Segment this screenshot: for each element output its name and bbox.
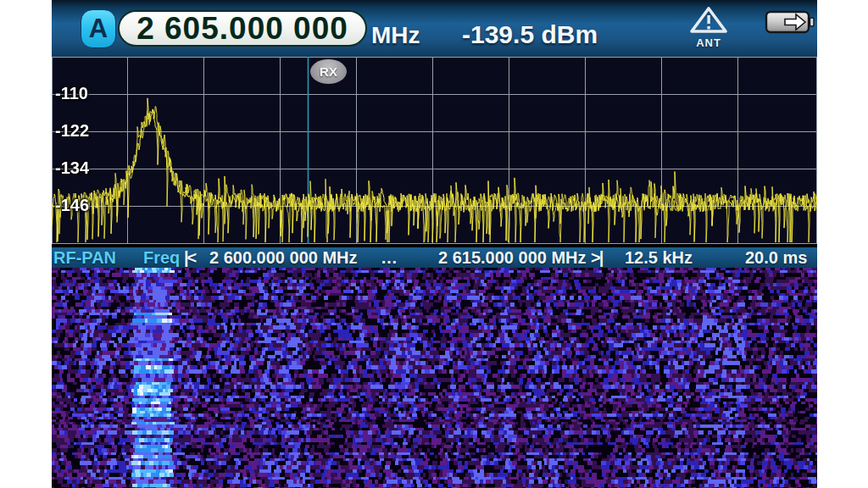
mode-label[interactable]: RF-PAN <box>53 248 116 268</box>
frequency-display[interactable]: 2 605.000 000 <box>118 10 367 47</box>
sweep-time-value[interactable]: 20.0 ms <box>745 248 807 268</box>
param-label[interactable]: Freq <box>143 248 180 268</box>
stop-bracket-icon: >| <box>591 248 602 268</box>
waterfall-display[interactable] <box>52 268 817 488</box>
stop-frequency[interactable]: 2 615.000 000 MHz <box>438 248 587 268</box>
antenna-warning: ANT <box>688 7 729 48</box>
start-bracket-icon: |< <box>184 248 195 268</box>
y-axis-label: -146 <box>55 197 106 214</box>
ant-warning-label: ANT <box>688 37 729 48</box>
device-screenshot: A 2 605.000 000 MHz -139.5 dBm ANT <box>0 0 868 488</box>
range-ellipsis: … <box>381 248 398 268</box>
start-frequency[interactable]: 2 600.000 000 MHz <box>209 248 358 268</box>
rf-pan-status-bar[interactable]: RF-PAN Freq |< 2 600.000 000 MHz … 2 615… <box>52 247 817 268</box>
y-axis-label: -134 <box>55 159 106 176</box>
frequency-unit-label: MHz <box>371 22 420 49</box>
rx-marker-bubble[interactable]: RX <box>310 59 347 84</box>
battery-charging-icon <box>765 10 815 34</box>
level-readout: -139.5 dBm <box>462 20 598 49</box>
y-axis-label: -110 <box>55 85 106 102</box>
spectrum-panorama[interactable]: -110 -122 -134 -146 RX <box>52 57 817 244</box>
step-width-value[interactable]: 12.5 kHz <box>625 248 693 268</box>
receiver-screen: A 2 605.000 000 MHz -139.5 dBm ANT <box>52 0 817 488</box>
header-bar: A 2 605.000 000 MHz -139.5 dBm ANT <box>52 0 817 57</box>
channel-a-badge[interactable]: A <box>81 9 116 48</box>
y-axis-label: -122 <box>55 122 106 139</box>
spectrum-plot-canvas[interactable] <box>52 57 817 244</box>
warning-triangle-icon <box>689 7 728 34</box>
